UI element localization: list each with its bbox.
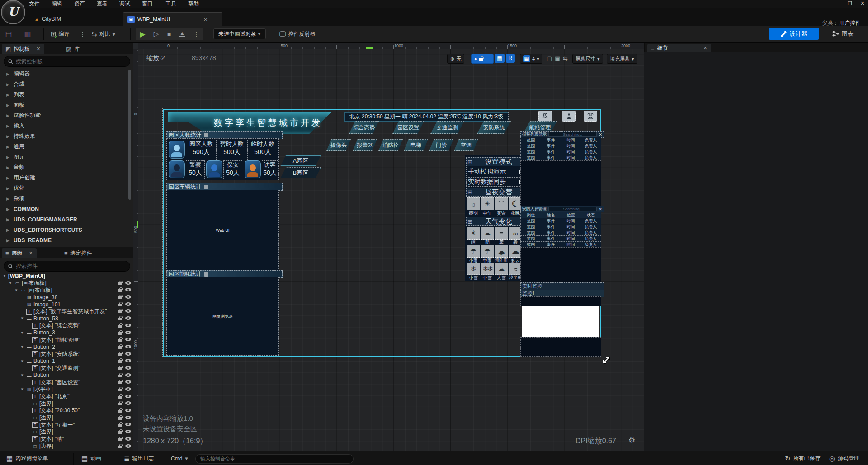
source-control-button[interactable]: ◎ 源码管理 bbox=[826, 454, 863, 463]
palette-category[interactable]: ▶编辑器 bbox=[0, 69, 127, 79]
visibility-icon[interactable] bbox=[125, 316, 131, 320]
palette-category[interactable]: ▶UDS_CONFIGMANAGER bbox=[0, 214, 127, 225]
palette-category[interactable]: ▶列表 bbox=[0, 89, 127, 100]
output-log-button[interactable]: ≣ 输出日志 bbox=[120, 454, 158, 463]
visibility-icon[interactable] bbox=[125, 409, 131, 412]
tree-row[interactable]: □[边界] bbox=[0, 400, 133, 407]
expander-icon[interactable]: ▶ bbox=[6, 155, 9, 160]
tree-row[interactable]: □[边界] bbox=[0, 443, 133, 450]
fog-icon[interactable]: ≡ bbox=[495, 227, 508, 240]
expander-icon[interactable]: ▼ bbox=[20, 359, 26, 363]
menu-debug[interactable]: 调试 bbox=[117, 0, 133, 7]
expander-icon[interactable]: ▼ bbox=[20, 387, 26, 391]
tree-row[interactable]: ▼▬Button_2 bbox=[0, 343, 133, 351]
tree-row[interactable]: T[文本] "星期一" bbox=[0, 421, 133, 428]
menu-view[interactable]: 查看 bbox=[94, 0, 110, 7]
elevator-button[interactable]: 电梯 bbox=[404, 139, 428, 151]
tab-bind-widgets[interactable]: ≡ 绑定控件 bbox=[61, 248, 96, 258]
tree-row[interactable]: ▨Image_101 bbox=[0, 301, 133, 308]
menu-window[interactable]: 窗口 bbox=[139, 0, 156, 7]
ac-button[interactable]: 空调 bbox=[454, 139, 478, 151]
nav-park-settings-button[interactable]: 园区设置 bbox=[392, 121, 424, 134]
lock-icon[interactable] bbox=[118, 304, 122, 306]
lock-icon[interactable] bbox=[118, 332, 122, 335]
panel-settings-icon[interactable] bbox=[204, 133, 208, 137]
snap-grid-dropdown[interactable]: ▦4▾ bbox=[520, 54, 542, 64]
visibility-icon[interactable] bbox=[125, 423, 131, 426]
image-preview-icon[interactable]: ▣ bbox=[555, 55, 560, 62]
panel-settings-icon[interactable] bbox=[204, 185, 208, 189]
tree-row[interactable]: T[文本] "20:30:50" bbox=[0, 407, 133, 414]
screen-size-dropdown[interactable]: 屏幕尺寸▾ bbox=[572, 54, 603, 64]
lock-icon[interactable] bbox=[118, 446, 122, 448]
designer-viewport[interactable]: 0 500 1000 1500 2000 0 500 1000 缩放-2 893… bbox=[133, 43, 644, 451]
lock-icon[interactable] bbox=[118, 367, 122, 370]
wbp-root-canvas[interactable]: 数字孪生智慧城市开发 北京 20:30:50 星期一 晴 2024.04.02 … bbox=[164, 110, 600, 356]
menu-help[interactable]: 帮助 bbox=[185, 0, 202, 7]
staff-row[interactable]: 范围事件时间负责人 bbox=[520, 230, 601, 236]
visibility-icon[interactable] bbox=[125, 352, 131, 356]
unreal-logo-icon[interactable]: U bbox=[2, 1, 24, 23]
weather-label[interactable]: 大雪 bbox=[495, 274, 508, 281]
palette-category[interactable]: ▶图元 bbox=[0, 152, 127, 162]
visibility-icon[interactable] bbox=[125, 416, 131, 419]
palette-category[interactable]: ▶输入 bbox=[0, 121, 127, 131]
content-drawer-button[interactable]: ▦ 内容侧滑菜单 bbox=[3, 454, 52, 463]
palette-category[interactable]: ▶通用 bbox=[0, 141, 127, 152]
lock-icon[interactable] bbox=[118, 289, 122, 292]
tree-row[interactable]: ▼▬Button_58 bbox=[0, 315, 133, 322]
tree-row[interactable]: ▼▬Button bbox=[0, 372, 133, 379]
staff-row[interactable]: 范围事件时间负责人 bbox=[520, 218, 601, 224]
lock-icon[interactable] bbox=[118, 282, 122, 285]
tab-close-icon[interactable]: ✕ bbox=[700, 45, 708, 51]
alarm-row[interactable]: 范围事件时间负责人 bbox=[520, 137, 601, 143]
nav-traffic-button[interactable]: 交通监测 bbox=[430, 121, 464, 134]
phase-label[interactable]: 中午 bbox=[481, 210, 494, 216]
lock-icon[interactable] bbox=[118, 410, 122, 413]
lock-icon[interactable] bbox=[118, 381, 122, 384]
play-options-kebab-icon[interactable]: ⋮ bbox=[193, 31, 199, 38]
close-icon[interactable]: ✕ bbox=[599, 132, 602, 137]
visibility-icon[interactable] bbox=[125, 373, 131, 377]
realtime-sync-toggle[interactable]: 实时数据同步 bbox=[466, 177, 524, 187]
visibility-icon[interactable] bbox=[125, 387, 131, 391]
tree-row[interactable]: ▼▥[水平框] bbox=[0, 386, 133, 393]
maximize-button[interactable]: ❐ bbox=[844, 0, 856, 7]
expander-icon[interactable]: ▶ bbox=[6, 217, 9, 222]
lock-icon[interactable] bbox=[118, 417, 122, 420]
tree-row[interactable]: T[文本] "园区设置" bbox=[0, 379, 133, 386]
tab-wbp-mainui[interactable]: ▣ WBP_MainUI ✕ bbox=[123, 12, 222, 26]
widget-reflector-button[interactable]: 🖵 控件反射器 bbox=[277, 28, 318, 39]
rotation-toggle-button[interactable]: R bbox=[506, 54, 515, 63]
expander-icon[interactable]: ▶ bbox=[6, 72, 9, 76]
sun-icon[interactable]: ☀ bbox=[481, 197, 494, 210]
expander-icon[interactable]: ▶ bbox=[6, 82, 9, 87]
lock-icon[interactable] bbox=[118, 424, 122, 427]
expander-icon[interactable]: ▶ bbox=[6, 176, 9, 180]
expander-icon[interactable]: ▶ bbox=[6, 228, 9, 232]
expander-icon[interactable]: ▼ bbox=[9, 281, 14, 285]
expander-icon[interactable]: ▶ bbox=[6, 124, 9, 128]
nav-overview-button[interactable]: 综合态势 bbox=[349, 121, 379, 134]
lock-icon[interactable] bbox=[118, 438, 122, 441]
browse-asset-button[interactable]: ▥ bbox=[22, 28, 33, 39]
grid-toggle-button[interactable]: ▦ bbox=[495, 54, 505, 63]
phase-label[interactable]: 黄昏 bbox=[495, 210, 508, 216]
tab-close-icon[interactable]: ✕ bbox=[33, 46, 40, 52]
hydrant-button[interactable]: 消防栓 bbox=[378, 139, 403, 151]
palette-category[interactable]: ▶UDS_EDITORSHORTCUTS bbox=[0, 225, 127, 235]
expander-icon[interactable]: ▼ bbox=[20, 316, 26, 320]
visibility-icon[interactable] bbox=[125, 395, 131, 398]
menu-asset[interactable]: 资产 bbox=[71, 0, 88, 7]
alarm-row[interactable]: 范围事件时间负责人 bbox=[520, 155, 601, 161]
visibility-icon[interactable] bbox=[125, 281, 131, 285]
visibility-icon[interactable] bbox=[125, 302, 131, 306]
alarm-row[interactable]: 范围事件时间负责人 bbox=[520, 143, 601, 149]
weather-label[interactable]: 小雪 bbox=[467, 274, 480, 281]
visibility-icon[interactable] bbox=[125, 331, 131, 334]
save-status-button[interactable]: ↻ 所有已保存 bbox=[781, 454, 824, 463]
tree-row[interactable]: ▼[WBP_MainUI] bbox=[0, 272, 133, 280]
visibility-icon[interactable] bbox=[125, 444, 131, 448]
expander-icon[interactable]: ▶ bbox=[6, 197, 9, 201]
visibility-icon[interactable] bbox=[125, 324, 131, 327]
